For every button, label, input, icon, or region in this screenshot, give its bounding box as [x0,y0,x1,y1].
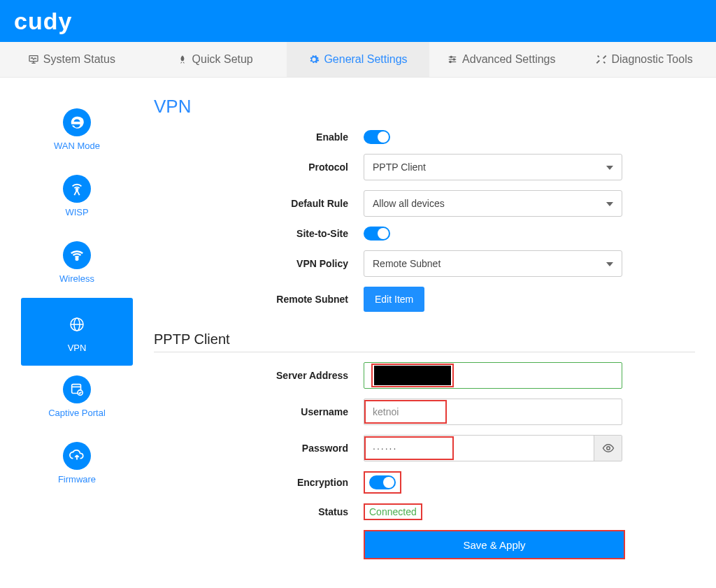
svg-point-19 [606,447,610,450]
monitor-icon [28,54,39,65]
label-status: Status [154,506,364,517]
tools-icon [596,54,607,65]
rocket-icon [177,54,188,65]
internet-explorer-icon [63,108,91,136]
svg-line-10 [74,190,77,195]
select-value: Remote Subnet [373,258,441,269]
svg-point-12 [76,258,78,260]
svg-point-7 [453,59,454,60]
sidebar-item-wan-mode[interactable]: WAN Mode [21,99,133,165]
globe-icon [63,310,91,338]
sidebar-item-wireless[interactable]: Wireless [21,231,133,298]
sidebar-label: VPN [68,343,87,353]
label-enable: Enable [154,131,364,143]
page-title: VPN [154,96,695,117]
svg-point-6 [450,56,452,57]
tab-system-status[interactable]: System Status [0,42,143,77]
label-server-address: Server Address [154,370,364,381]
tab-advanced-settings[interactable]: Advanced Settings [429,42,573,77]
site-to-site-toggle[interactable] [364,227,390,241]
tab-label: Quick Setup [192,53,253,66]
server-address-input[interactable] [364,362,622,389]
sidebar-item-captive-portal[interactable]: Captive Portal [21,366,133,432]
label-protocol: Protocol [154,162,364,173]
wifi-icon [63,241,91,269]
svg-line-11 [77,190,80,195]
top-header: cudy [0,0,716,42]
sliders-icon [447,54,458,65]
tab-general-settings[interactable]: General Settings [287,42,430,77]
status-value: Connected [369,506,417,517]
select-value: Allow all devices [373,198,445,209]
username-input[interactable]: ketnoi [364,399,622,425]
tab-quick-setup[interactable]: Quick Setup [143,42,287,77]
password-input[interactable]: ······ [364,435,622,461]
sidebar-item-firmware[interactable]: Firmware [21,432,133,499]
cloud-upload-icon [63,442,91,470]
sidebar-label: Wireless [59,273,94,284]
svg-point-8 [450,61,451,62]
tab-label: System Status [43,53,115,66]
sidebar-label: Captive Portal [48,408,106,418]
label-site-to-site: Site-to-Site [154,228,364,239]
enable-toggle[interactable] [364,130,390,144]
label-default-rule: Default Rule [154,198,364,209]
label-encryption: Encryption [154,477,364,488]
portal-icon [63,375,91,403]
sidebar-item-wisp[interactable]: WISP [21,165,133,231]
encryption-toggle[interactable] [369,475,396,489]
label-remote-subnet: Remote Subnet [154,294,364,305]
protocol-select[interactable]: PPTP Client [364,154,622,180]
username-value: ketnoi [364,400,447,424]
gear-icon [308,54,320,65]
sidebar-label: Firmware [58,474,96,485]
content-area: VPN Enable Protocol PPTP Client Default … [147,92,709,569]
sidebar-item-vpn[interactable]: VPN [21,298,133,366]
tab-label: General Settings [324,53,407,66]
tab-label: Advanced Settings [462,53,555,66]
label-vpn-policy: VPN Policy [154,258,364,269]
sidebar-label: WISP [65,207,88,217]
label-password: Password [154,443,364,454]
show-password-icon[interactable] [594,436,622,461]
tab-label: Diagnostic Tools [611,53,692,66]
edit-item-button[interactable]: Edit Item [364,287,424,312]
select-value: PPTP Client [373,162,426,173]
save-apply-button[interactable]: Save & Apply [365,531,624,558]
brand-logo: cudy [14,8,72,35]
top-tabs: System Status Quick Setup General Settin… [0,42,716,78]
vpn-policy-select[interactable]: Remote Subnet [364,250,622,277]
sidebar: WAN Mode WISP Wireless VPN Captive Porta… [7,92,147,569]
sidebar-label: WAN Mode [54,141,100,151]
antenna-icon [63,175,91,203]
tab-diagnostic-tools[interactable]: Diagnostic Tools [573,42,716,77]
password-value: ······ [364,436,454,460]
redacted-server-value [374,366,451,385]
pptp-section-title: PPTP Client [154,331,695,352]
default-rule-select[interactable]: Allow all devices [364,190,622,217]
label-username: Username [154,406,364,417]
